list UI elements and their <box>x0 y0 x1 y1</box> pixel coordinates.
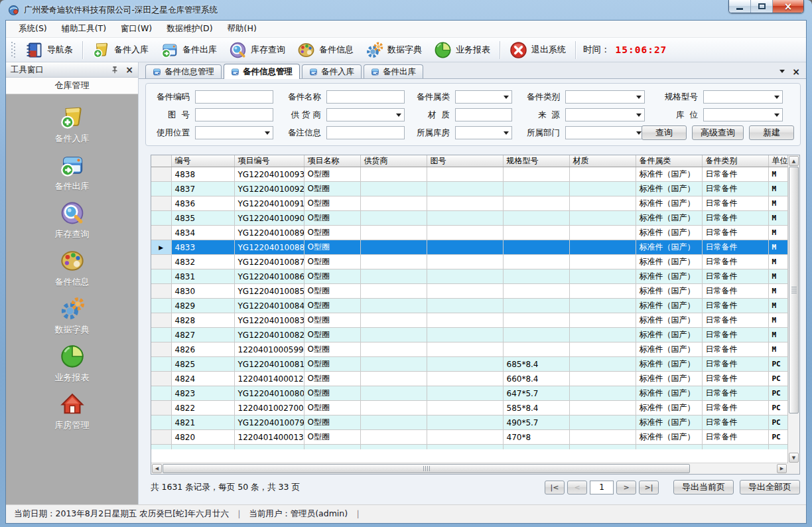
table-cell[interactable]: 日常备件 <box>702 226 768 240</box>
table-cell[interactable]: O型圈 <box>304 182 360 196</box>
column-header[interactable]: 供货商 <box>360 155 427 167</box>
table-cell[interactable]: 1220401400013 <box>234 430 304 445</box>
tab-3[interactable]: 备件出库 <box>364 64 423 78</box>
table-cell[interactable]: 490*5.7 <box>503 415 569 430</box>
table-cell[interactable]: 日常备件 <box>702 401 768 415</box>
table-cell[interactable]: 585*8.4 <box>503 401 569 415</box>
table-cell[interactable]: YG12204010079 <box>234 415 304 430</box>
part-attribute-select[interactable] <box>455 90 512 104</box>
table-cell[interactable]: O型圈 <box>304 430 360 445</box>
table-cell[interactable]: M <box>768 240 787 255</box>
table-cell[interactable] <box>503 328 569 342</box>
column-header[interactable]: 备件属类 <box>636 155 702 167</box>
table-row[interactable]: 4825YG12204010081O型圈685*8.4标准件（国产）日常备件PC <box>151 357 787 372</box>
toolbar-gripper[interactable] <box>11 41 16 58</box>
table-cell[interactable]: YG12204010090 <box>234 211 304 226</box>
table-row[interactable]: 4827YG12204010082O型圈标准件（国产）日常备件M <box>151 328 787 342</box>
table-cell[interactable]: 日常备件 <box>702 313 768 328</box>
table-cell[interactable]: 标准件（国产） <box>636 255 702 269</box>
table-cell[interactable]: 日常备件 <box>702 284 768 299</box>
use-position-select[interactable] <box>195 126 273 139</box>
scroll-down-icon[interactable]: ▼ <box>789 453 799 463</box>
table-cell[interactable] <box>360 401 427 415</box>
table-row[interactable]: 4835YG12204010090O型圈标准件（国产）日常备件M <box>151 211 787 226</box>
row-indicator[interactable] <box>151 167 171 182</box>
table-cell[interactable]: 日常备件 <box>702 269 768 284</box>
table-cell[interactable]: O型圈 <box>304 196 360 211</box>
table-cell[interactable]: 标准件（国产） <box>636 269 702 284</box>
prev-page-button[interactable]: < <box>567 481 587 494</box>
table-cell[interactable] <box>569 328 636 342</box>
table-cell[interactable]: M <box>768 226 787 240</box>
table-cell[interactable]: M <box>768 211 787 226</box>
table-cell[interactable]: 日常备件 <box>702 255 768 269</box>
table-cell[interactable] <box>360 269 427 284</box>
table-cell[interactable]: 4837 <box>171 182 234 196</box>
table-cell[interactable]: 标准件（国产） <box>636 342 702 357</box>
table-cell[interactable] <box>427 372 503 386</box>
table-cell[interactable]: O型圈 <box>304 313 360 328</box>
table-cell[interactable] <box>360 226 427 240</box>
table-cell[interactable]: YG12204010081 <box>234 357 304 372</box>
table-cell[interactable] <box>360 357 427 372</box>
table-cell[interactable] <box>569 415 636 430</box>
table-cell[interactable]: YG12204010087 <box>234 255 304 269</box>
table-cell[interactable]: 470*8 <box>503 430 569 445</box>
table-cell[interactable]: 标准件（国产） <box>636 284 702 299</box>
table-cell[interactable] <box>360 313 427 328</box>
table-cell[interactable]: 日常备件 <box>702 415 768 430</box>
table-cell[interactable]: O型圈 <box>304 269 360 284</box>
table-cell[interactable]: 日常备件 <box>702 430 768 445</box>
table-cell[interactable]: 4823 <box>171 386 234 401</box>
toolbar-button-parts-info[interactable]: 备件信息 <box>291 38 360 62</box>
row-indicator[interactable]: ▶ <box>151 240 171 255</box>
table-cell[interactable]: 4828 <box>171 313 234 328</box>
table-cell[interactable] <box>427 284 503 299</box>
table-cell[interactable]: O型圈 <box>304 357 360 372</box>
table-cell[interactable]: 标准件（国产） <box>636 299 702 313</box>
page-number-input[interactable] <box>590 481 614 494</box>
table-row[interactable]: 4832YG12204010087O型圈标准件（国产）日常备件M <box>151 255 787 269</box>
table-cell[interactable]: 标准件（国产） <box>636 357 702 372</box>
menu-item[interactable]: 数据维护(D) <box>159 21 220 37</box>
table-cell[interactable]: 标准件（国产） <box>636 372 702 386</box>
table-cell[interactable] <box>569 284 636 299</box>
table-cell[interactable]: YG12204010093 <box>234 167 304 182</box>
table-cell[interactable] <box>503 167 569 182</box>
column-header[interactable]: 编号 <box>171 155 234 167</box>
table-cell[interactable] <box>569 240 636 255</box>
table-cell[interactable] <box>503 284 569 299</box>
table-cell[interactable]: 4838 <box>171 167 234 182</box>
table-cell[interactable] <box>569 386 636 401</box>
table-cell[interactable] <box>569 211 636 226</box>
query-button[interactable]: 查询 <box>642 125 687 140</box>
column-header[interactable]: 项目编号 <box>234 155 304 167</box>
row-indicator[interactable] <box>151 357 171 372</box>
table-cell[interactable] <box>569 372 636 386</box>
table-cell[interactable]: 685*8.4 <box>503 357 569 372</box>
first-page-button[interactable]: |< <box>545 481 565 494</box>
table-row[interactable]: 48241220401400012O型圈660*8.4标准件（国产）日常备件PC <box>151 372 787 386</box>
menu-item[interactable]: 系统(S) <box>11 21 54 37</box>
table-row[interactable]: 4831YG12204010086O型圈标准件（国产）日常备件M <box>151 269 787 284</box>
table-cell[interactable]: PC <box>768 415 787 430</box>
table-cell[interactable]: 标准件（国产） <box>636 167 702 182</box>
table-cell[interactable]: M <box>768 269 787 284</box>
table-cell[interactable]: O型圈 <box>304 415 360 430</box>
table-cell[interactable]: 标准件（国产） <box>636 386 702 401</box>
menu-item[interactable]: 窗口(W) <box>113 21 159 37</box>
table-cell[interactable]: O型圈 <box>304 342 360 357</box>
table-cell[interactable]: 标准件（国产） <box>636 328 702 342</box>
export-current-page-button[interactable]: 导出当前页 <box>673 480 734 494</box>
row-indicator[interactable] <box>151 386 171 401</box>
tab-2[interactable]: 备件入库 <box>302 64 362 78</box>
menu-item[interactable]: 帮助(H) <box>220 21 264 37</box>
table-cell[interactable]: 标准件（国产） <box>636 211 702 226</box>
table-cell[interactable] <box>427 328 503 342</box>
table-cell[interactable] <box>360 342 427 357</box>
row-indicator[interactable] <box>151 284 171 299</box>
table-cell[interactable]: YG12204010089 <box>234 226 304 240</box>
horizontal-scrollbar[interactable]: ◀ ▶ <box>151 463 787 474</box>
table-row[interactable]: 4830YG12204010085O型圈标准件（国产）日常备件M <box>151 284 787 299</box>
tab-close-icon[interactable]: × <box>792 67 800 76</box>
